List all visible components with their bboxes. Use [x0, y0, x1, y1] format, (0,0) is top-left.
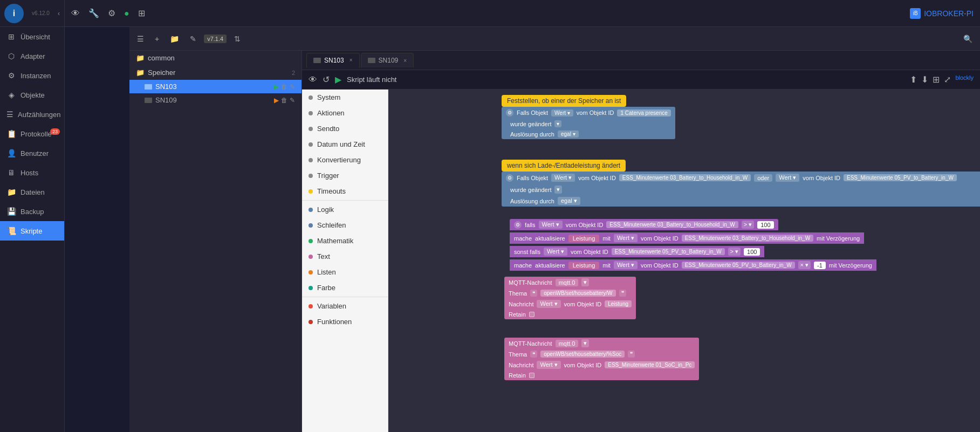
wert-dropdown1[interactable]: Wert ▾: [551, 109, 573, 116]
block-header2[interactable]: wenn sich Lade-/Entladeleistung ändert: [502, 160, 626, 172]
add-script-button[interactable]: +: [152, 32, 162, 45]
tab-sn109[interactable]: SN109 ×: [361, 53, 414, 67]
blockly-canvas[interactable]: Feststellen, ob einer der Speicher an is…: [388, 90, 980, 432]
block-falls[interactable]: ⚙ falls Wert ▾ vom Objekt ID ESS_Minuten…: [510, 219, 778, 230]
eye-icon[interactable]: 👁: [71, 9, 80, 18]
mqtt-dropdown1[interactable]: ▾: [581, 278, 589, 286]
menu-listen[interactable]: Listen: [302, 264, 388, 280]
menu-trigger[interactable]: Trigger: [302, 168, 388, 183]
layout-icon[interactable]: ⊞: [933, 74, 940, 85]
refresh-icon[interactable]: ↺: [323, 74, 330, 85]
sidebar-item-objekte[interactable]: ◈ Objekte: [0, 85, 64, 105]
block-mache2[interactable]: mache aktualisiere Leistung mit Wert ▾ v…: [510, 259, 876, 271]
retain-checkbox2[interactable]: [529, 373, 534, 378]
edit-button[interactable]: ✎: [187, 32, 200, 45]
wert-dropdown2b[interactable]: Wert ▾: [776, 174, 799, 182]
sidebar-item-backup[interactable]: 💾 Backup: [0, 202, 64, 221]
menu-aktionen[interactable]: Aktionen: [302, 105, 388, 121]
sidebar-item-dateien[interactable]: 📁 Dateien: [0, 182, 64, 202]
sort-button[interactable]: ⇅: [231, 32, 244, 45]
file-sn103-actions: ▶ 🗑 ✎: [274, 83, 295, 91]
watch-icon[interactable]: 👁: [309, 75, 317, 85]
menu-logik[interactable]: Logik: [302, 202, 388, 217]
wert-dropdown2[interactable]: Wert ▾: [551, 174, 575, 182]
geaendert-dropdown1[interactable]: ▾: [554, 120, 561, 127]
menu-schleifen[interactable]: Schleifen: [302, 217, 388, 233]
wrench-icon[interactable]: 🔧: [88, 8, 99, 18]
menu-timeouts[interactable]: Timeouts: [302, 183, 388, 199]
wert-dropdown-nachricht2[interactable]: Wert ▾: [537, 361, 560, 369]
retain-checkbox1[interactable]: [529, 312, 534, 317]
wert-dropdown-sonst[interactable]: Wert ▾: [544, 248, 567, 256]
sidebar-item-benutzer[interactable]: 👤 Benutzer: [0, 143, 64, 163]
run-button-sn103[interactable]: ▶: [274, 83, 279, 91]
block-falls-objekt-2[interactable]: ⚙ Falls Objekt Wert ▾ vom Objekt ID ESS_…: [502, 172, 980, 207]
edit-button-sn103[interactable]: ✎: [290, 83, 295, 91]
wert-dropdown-mache[interactable]: Wert ▾: [614, 234, 638, 242]
sidebar-item-instanzen[interactable]: ⚙ Instanzen: [0, 66, 64, 85]
falls-condition-icon: ⚙: [514, 221, 522, 229]
wert-dropdown-mache2[interactable]: Wert ▾: [614, 261, 638, 269]
block-sonst-falls[interactable]: sonst falls Wert ▾ vom Objekt ID ESS_Min…: [510, 246, 764, 257]
obj-id-nachricht1: Leistung: [605, 300, 632, 307]
tab-sn103-close[interactable]: ×: [349, 57, 353, 63]
gear-icon[interactable]: ⚙: [108, 8, 115, 18]
collapse-button[interactable]: ‹: [58, 10, 60, 17]
sidebar-item-hosts[interactable]: 🖥 Hosts: [0, 163, 64, 182]
block-mache[interactable]: mache aktualisiere Leistung mit Wert ▾ v…: [510, 232, 864, 244]
add-folder-button[interactable]: 📁: [167, 32, 182, 45]
aktualisiere-label: aktualisiere: [535, 235, 565, 242]
grid-icon[interactable]: ⊞: [138, 8, 145, 18]
wert-dropdown-falls[interactable]: Wert ▾: [539, 221, 563, 229]
play-icon[interactable]: ▶: [335, 74, 341, 85]
tab-sn103[interactable]: SN103 ×: [306, 53, 360, 68]
block-mqtt2[interactable]: MQTT-Nachricht mqtt.0 ▾ Thema ❝ openWB/s…: [504, 338, 699, 380]
gt-dropdown-falls[interactable]: > ▾: [742, 221, 754, 229]
folder-common[interactable]: 📁 common: [129, 51, 301, 65]
value-100-sonst: 100: [744, 248, 760, 256]
geaendert-dropdown2[interactable]: ▾: [554, 186, 562, 194]
menu-button[interactable]: ☰: [134, 32, 147, 45]
export-icon[interactable]: ⬆: [910, 74, 917, 85]
delete-button-sn103[interactable]: 🗑: [281, 83, 287, 91]
uebersicht-icon: ⊞: [6, 32, 16, 41]
import-icon[interactable]: ⬇: [921, 74, 928, 85]
menu-mathematik[interactable]: Mathematik: [302, 233, 388, 249]
sidebar-item-skripte[interactable]: 📜 Skripte: [0, 221, 64, 241]
delete-button-sn109[interactable]: 🗑: [281, 97, 287, 104]
menu-system[interactable]: System: [302, 90, 388, 105]
falls-icon2: ⚙: [506, 174, 513, 182]
file-sn103[interactable]: SN103 ▶ 🗑 ✎: [129, 80, 301, 93]
mqtt-dropdown2[interactable]: ▾: [581, 339, 589, 347]
menu-datum-zeit[interactable]: Datum und Zeit: [302, 136, 388, 152]
search-button[interactable]: 🔍: [960, 32, 976, 45]
menu-sendto[interactable]: Sendto: [302, 121, 388, 136]
block-mqtt1[interactable]: MQTT-Nachricht mqtt.0 ▾ Thema ❝ openWB/s…: [504, 277, 636, 319]
tab-sn109-close[interactable]: ×: [403, 58, 407, 64]
expand-icon[interactable]: ⤢: [944, 74, 951, 85]
menu-text[interactable]: Text: [302, 249, 388, 264]
edit-button-sn109[interactable]: ✎: [290, 97, 295, 104]
mul-dropdown[interactable]: × ▾: [798, 261, 811, 269]
file-sn109-label: SN109: [155, 96, 177, 104]
menu-variablen[interactable]: Variablen: [302, 298, 388, 314]
hosts-icon: 🖥: [6, 168, 16, 177]
run-button-sn109[interactable]: ▶: [274, 97, 279, 104]
sidebar-item-uebersicht[interactable]: ⊞ Übersicht: [0, 27, 64, 46]
file-sn109[interactable]: SN109 ▶ 🗑 ✎: [129, 93, 301, 107]
menu-system-label: System: [317, 93, 340, 101]
gt-dropdown-sonst[interactable]: > ▾: [728, 248, 741, 256]
egal-dropdown1[interactable]: egal ▾: [558, 131, 579, 138]
block-header1[interactable]: Feststellen, ob einer der Speicher an is…: [502, 95, 626, 107]
sidebar-item-adapter[interactable]: ⬡ Adapter: [0, 46, 64, 66]
app-logo: i: [4, 4, 24, 23]
menu-funktionen[interactable]: Funktionen: [302, 314, 388, 330]
sidebar-item-aufzaehlungen[interactable]: ☰ Aufzählungen: [0, 105, 64, 124]
wert-dropdown-nachricht1[interactable]: Wert ▾: [537, 300, 560, 308]
sidebar-item-protokolle[interactable]: 📋 Protokolle 23: [0, 124, 64, 143]
folder-speicher[interactable]: 📁 Speicher 2: [129, 65, 301, 80]
menu-konvertierung[interactable]: Konvertierung: [302, 152, 388, 168]
menu-farbe[interactable]: Farbe: [302, 280, 388, 296]
block-falls-objekt-1[interactable]: ⚙ Falls Objekt Wert ▾ vom Objekt ID 1 Ca…: [502, 107, 675, 139]
egal-dropdown2[interactable]: egal ▾: [558, 197, 580, 205]
